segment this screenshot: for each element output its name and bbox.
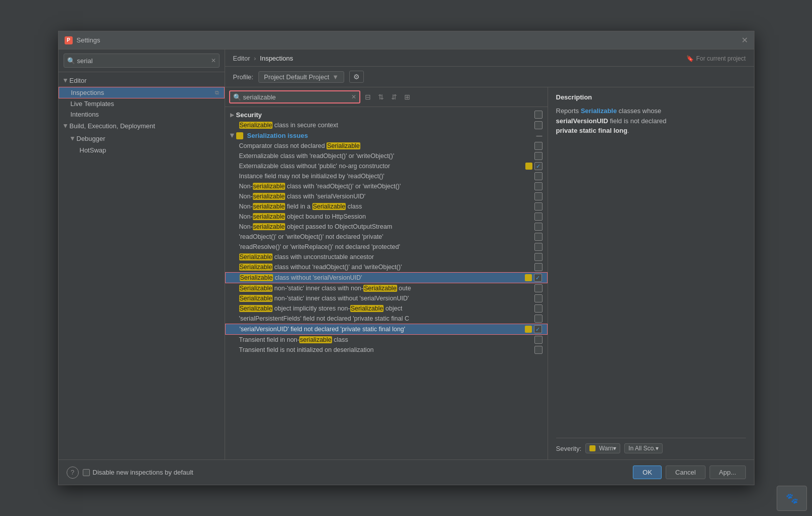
insp-item-non-serial-httpsession[interactable]: Non-serializable object bound to HttpSes… xyxy=(225,212,548,222)
insp-item-non-serial-readobject[interactable]: Non-serializable class with 'readObject(… xyxy=(225,181,548,191)
insp-check[interactable] xyxy=(534,304,543,313)
insp-check[interactable] xyxy=(534,192,543,200)
security-group-check[interactable] xyxy=(534,111,543,119)
serialization-group-header[interactable]: ▶ Serialization issues — xyxy=(225,130,548,141)
sidebar-item-debugger[interactable]: ▶ Debugger xyxy=(59,132,225,145)
insp-check[interactable] xyxy=(534,202,543,211)
disable-checkbox[interactable] xyxy=(83,469,90,476)
help-button[interactable]: ? xyxy=(67,467,79,479)
sidebar-search-wrap[interactable]: 🔍 ✕ xyxy=(64,54,220,68)
sidebar-search-box: 🔍 ✕ xyxy=(59,49,225,72)
insp-check[interactable] xyxy=(534,346,543,354)
expand-all-button[interactable]: ⇅ xyxy=(375,92,387,102)
for-current-project-label: For current project xyxy=(696,55,745,62)
dialog-body: 🔍 ✕ ▶ Editor Inspections ⧉ Live T xyxy=(59,49,754,459)
insp-check[interactable] xyxy=(534,121,543,129)
build-label: Build, Execution, Deployment xyxy=(70,122,155,130)
insp-item-serial-unconstructable[interactable]: Serializable class with unconstructable … xyxy=(225,252,548,262)
sidebar-item-live-templates[interactable]: Live Templates xyxy=(59,98,225,109)
insp-check[interactable] xyxy=(534,243,543,251)
editor-expand-icon: ▶ xyxy=(63,79,68,83)
insp-item-serializable-secure-context[interactable]: Serializable class in secure context xyxy=(225,120,548,130)
insp-item-non-serial-outputstream[interactable]: Non-serializable object passed to Object… xyxy=(225,222,548,232)
apply-button[interactable]: App... xyxy=(710,466,746,479)
insp-check[interactable] xyxy=(534,263,543,271)
insp-check[interactable] xyxy=(534,152,543,160)
highlight: Serializable xyxy=(239,122,273,129)
insp-check[interactable] xyxy=(534,223,543,231)
insp-check[interactable] xyxy=(534,325,542,333)
insp-check[interactable] xyxy=(534,213,543,221)
for-current-project: 🔖 For current project xyxy=(686,55,745,62)
filter-button[interactable]: ⊟ xyxy=(362,92,373,102)
insp-check[interactable] xyxy=(534,172,543,180)
collapse-all-button[interactable]: ⇵ xyxy=(389,92,400,102)
description-body: Reports Serializable classes whose seria… xyxy=(556,106,746,136)
desc-body-mid2: field is not declared xyxy=(608,117,667,125)
insp-check[interactable] xyxy=(534,142,543,150)
insp-check[interactable] xyxy=(534,315,543,323)
insp-item-serial-without-readobject[interactable]: Serializable class without 'readObject()… xyxy=(225,262,548,272)
insp-item-svuid-not-declared[interactable]: 'serialVersionUID' field not declared 'p… xyxy=(225,324,548,335)
profile-label: Profile: xyxy=(233,73,253,81)
inspections-search-clear-icon[interactable]: ✕ xyxy=(351,93,356,100)
debugger-expand-icon: ▶ xyxy=(70,137,75,141)
profile-dropdown[interactable]: Project Default Project ▼ xyxy=(258,71,344,83)
sidebar-item-inspections[interactable]: Inspections ⧉ xyxy=(59,87,225,98)
sidebar-tree: ▶ Editor Inspections ⧉ Live Templates In… xyxy=(59,72,225,459)
severity-dot xyxy=(236,132,243,139)
insp-check[interactable] xyxy=(534,233,543,241)
insp-check[interactable] xyxy=(534,336,543,344)
insp-item-externalizable-noarg[interactable]: Externalizable class without 'public' no… xyxy=(225,161,548,171)
insp-check[interactable] xyxy=(534,253,543,261)
title-bar: P Settings ✕ xyxy=(59,31,754,49)
severity-dropdown[interactable]: Warn▾ xyxy=(585,443,620,453)
sidebar-item-hotswap[interactable]: HotSwap xyxy=(59,145,225,156)
insp-item-serialpersistentfields[interactable]: 'serialPersistentFields' field not decla… xyxy=(225,314,548,324)
inspections-search-wrap[interactable]: 🔍 ✕ xyxy=(229,90,360,104)
insp-item-comparator[interactable]: Comparator class not declared Serializab… xyxy=(225,141,548,151)
insp-item-non-serial-versionuid[interactable]: Non-serializable class with 'serialVersi… xyxy=(225,191,548,201)
insp-check[interactable] xyxy=(534,284,543,292)
desc-body-pre: Reports xyxy=(556,107,581,115)
description-pane: Description Reports Serializable classes… xyxy=(548,87,754,459)
insp-check[interactable] xyxy=(534,294,543,302)
sidebar-item-editor[interactable]: ▶ Editor xyxy=(59,74,225,87)
insp-item-readresolve-protected[interactable]: 'readResolve()' or 'writeReplace()' not … xyxy=(225,242,548,252)
insp-item-non-serial-field[interactable]: Non-serializable field in a Serializable… xyxy=(225,201,548,212)
live-templates-label: Live Templates xyxy=(71,100,114,108)
sidebar-search-input[interactable] xyxy=(77,57,211,65)
insp-item-transient-not-initialized[interactable]: Transient field is not initialized on de… xyxy=(225,345,548,355)
serialization-group-label: Serialization issues xyxy=(247,132,308,139)
debugger-label: Debugger xyxy=(77,135,105,142)
severity-value: Warn▾ xyxy=(599,445,616,452)
scope-dropdown[interactable]: In All Sco.▾ xyxy=(624,443,662,453)
sidebar-clear-icon[interactable]: ✕ xyxy=(211,57,216,64)
inspections-search-row: 🔍 ✕ ⊟ ⇅ ⇵ ⊞ xyxy=(225,87,548,107)
security-group-header[interactable]: ▶ Security xyxy=(225,109,548,120)
insp-item-readobject-private[interactable]: 'readObject()' or 'writeObject()' not de… xyxy=(225,232,548,242)
insp-item-serial-nonstatic-inner-nonserial[interactable]: Serializable non-'static' inner class wi… xyxy=(225,283,548,293)
wrap-button[interactable]: ⊞ xyxy=(402,92,413,102)
insp-check[interactable] xyxy=(534,182,543,190)
insp-item-transient-nonserial[interactable]: Transient field in non-serializable clas… xyxy=(225,335,548,345)
sidebar-item-build[interactable]: ▶ Build, Execution, Deployment xyxy=(59,120,225,132)
settings-dialog: P Settings ✕ 🔍 ✕ ▶ Editor xyxy=(58,31,754,485)
security-group-label: Security xyxy=(236,111,262,119)
insp-item-instance-field[interactable]: Instance field may not be initialized by… xyxy=(225,171,548,181)
inspections-search-input[interactable] xyxy=(243,93,351,101)
insp-check[interactable] xyxy=(534,274,542,282)
close-button[interactable]: ✕ xyxy=(741,36,748,44)
insp-item-serial-without-svuid[interactable]: Serializable class without 'serialVersio… xyxy=(225,272,548,283)
insp-check[interactable] xyxy=(534,162,543,170)
inspections-label: Inspections xyxy=(71,89,104,96)
insp-item-serial-implicitly-nonserial[interactable]: Serializable object implicitly stores no… xyxy=(225,303,548,314)
insp-item-serial-nonstatic-inner[interactable]: Serializable non-'static' inner class wi… xyxy=(225,293,548,303)
ok-button[interactable]: OK xyxy=(633,466,662,479)
insp-item-externalizable-readobject[interactable]: Externalizable class with 'readObject()'… xyxy=(225,151,548,161)
desc-highlight: Serializable xyxy=(581,107,617,115)
sidebar-item-intentions[interactable]: Intentions xyxy=(59,109,225,120)
severity-dot xyxy=(525,163,532,170)
profile-gear-button[interactable]: ⚙ xyxy=(349,71,364,83)
cancel-button[interactable]: Cancel xyxy=(666,466,705,479)
